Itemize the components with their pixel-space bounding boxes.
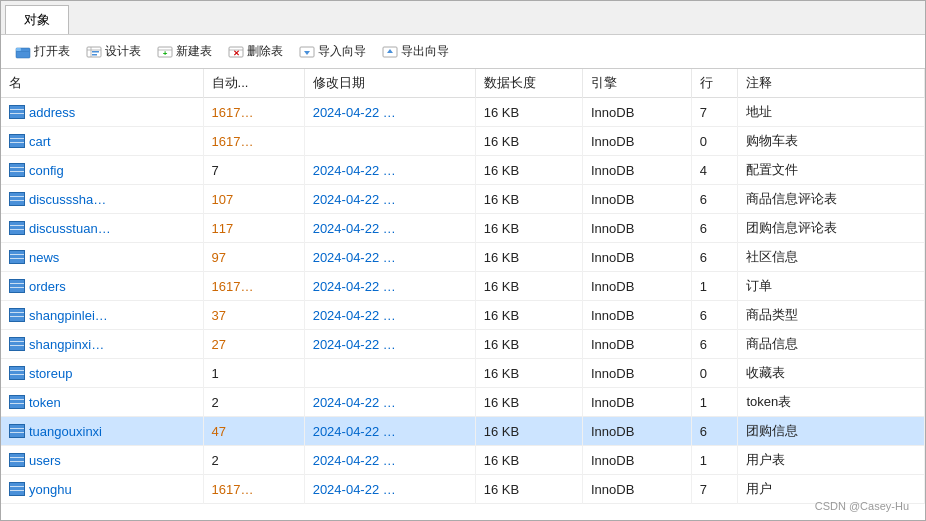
cell-size: 16 KB <box>475 156 582 185</box>
cell-comment: 团购信息 <box>738 417 925 446</box>
cell-comment: 用户表 <box>738 446 925 475</box>
cell-comment: 商品类型 <box>738 301 925 330</box>
table-row[interactable]: cart 1617… 16 KB InnoDB 0 购物车表 <box>1 127 925 156</box>
cell-name: news <box>1 243 203 272</box>
cell-auto: 1617… <box>203 127 304 156</box>
table-row[interactable]: users 2 2024-04-22 … 16 KB InnoDB 1 用户表 <box>1 446 925 475</box>
cell-auto: 1 <box>203 359 304 388</box>
cell-size: 16 KB <box>475 243 582 272</box>
cell-date: 2024-04-22 … <box>304 330 475 359</box>
cell-comment: 购物车表 <box>738 127 925 156</box>
watermark: CSDN @Casey-Hu <box>815 500 909 512</box>
svg-text:✕: ✕ <box>233 49 240 58</box>
cell-date: 2024-04-22 … <box>304 388 475 417</box>
cell-name: config <box>1 156 203 185</box>
col-header-engine: 引擎 <box>582 69 691 98</box>
cell-engine: InnoDB <box>582 446 691 475</box>
table-row-icon <box>9 192 25 206</box>
table-area: 名 自动... 修改日期 数据长度 引擎 行 注释 address 1617… <box>1 69 925 520</box>
cell-name: discusssha… <box>1 185 203 214</box>
table-row[interactable]: storeup 1 16 KB InnoDB 0 收藏表 <box>1 359 925 388</box>
cell-engine: InnoDB <box>582 98 691 127</box>
col-header-size: 数据长度 <box>475 69 582 98</box>
cell-size: 16 KB <box>475 388 582 417</box>
svg-rect-7 <box>92 54 97 56</box>
cell-rows: 6 <box>691 417 738 446</box>
cell-auto: 2 <box>203 388 304 417</box>
cell-rows: 0 <box>691 359 738 388</box>
cell-engine: InnoDB <box>582 388 691 417</box>
import-wizard-button[interactable]: 导入向导 <box>293 40 372 63</box>
tab-objects[interactable]: 对象 <box>5 5 69 34</box>
cell-size: 16 KB <box>475 475 582 504</box>
main-window: 对象 打开表 设计表 + 新建表 ✕ 删除表 <box>0 0 926 521</box>
cell-engine: InnoDB <box>582 214 691 243</box>
cell-date <box>304 127 475 156</box>
cell-rows: 1 <box>691 388 738 417</box>
cell-name: tuangouxinxi <box>1 417 203 446</box>
cell-name: cart <box>1 127 203 156</box>
cell-auto: 37 <box>203 301 304 330</box>
design-table-icon <box>86 44 102 60</box>
table-row[interactable]: token 2 2024-04-22 … 16 KB InnoDB 1 toke… <box>1 388 925 417</box>
cell-size: 16 KB <box>475 446 582 475</box>
open-table-button[interactable]: 打开表 <box>9 40 76 63</box>
export-wizard-button[interactable]: 导出向导 <box>376 40 455 63</box>
table-row-icon <box>9 453 25 467</box>
cell-engine: InnoDB <box>582 127 691 156</box>
cell-name: address <box>1 98 203 127</box>
svg-rect-2 <box>17 51 29 52</box>
cell-comment: 地址 <box>738 98 925 127</box>
tab-bar: 对象 <box>1 1 925 35</box>
new-table-button[interactable]: + 新建表 <box>151 40 218 63</box>
cell-auto: 27 <box>203 330 304 359</box>
design-table-label: 设计表 <box>105 43 141 60</box>
cell-name: shangpinlei… <box>1 301 203 330</box>
cell-size: 16 KB <box>475 330 582 359</box>
cell-engine: InnoDB <box>582 156 691 185</box>
svg-rect-1 <box>16 48 21 51</box>
delete-table-label: 删除表 <box>247 43 283 60</box>
cell-auto: 97 <box>203 243 304 272</box>
svg-rect-6 <box>92 51 99 53</box>
cell-size: 16 KB <box>475 272 582 301</box>
table-row[interactable]: discusssha… 107 2024-04-22 … 16 KB InnoD… <box>1 185 925 214</box>
table-row[interactable]: address 1617… 2024-04-22 … 16 KB InnoDB … <box>1 98 925 127</box>
table-row-icon <box>9 279 25 293</box>
import-wizard-icon <box>299 44 315 60</box>
cell-rows: 7 <box>691 475 738 504</box>
table-row[interactable]: tuangouxinxi 47 2024-04-22 … 16 KB InnoD… <box>1 417 925 446</box>
export-wizard-label: 导出向导 <box>401 43 449 60</box>
table-row[interactable]: shangpinlei… 37 2024-04-22 … 16 KB InnoD… <box>1 301 925 330</box>
table-row[interactable]: news 97 2024-04-22 … 16 KB InnoDB 6 社区信息 <box>1 243 925 272</box>
cell-rows: 4 <box>691 156 738 185</box>
table-row[interactable]: orders 1617… 2024-04-22 … 16 KB InnoDB 1… <box>1 272 925 301</box>
table-row[interactable]: yonghu 1617… 2024-04-22 … 16 KB InnoDB 7… <box>1 475 925 504</box>
cell-size: 16 KB <box>475 214 582 243</box>
table-row[interactable]: config 7 2024-04-22 … 16 KB InnoDB 4 配置文… <box>1 156 925 185</box>
table-row-icon <box>9 395 25 409</box>
cell-auto: 1617… <box>203 475 304 504</box>
cell-auto: 107 <box>203 185 304 214</box>
data-table: 名 自动... 修改日期 数据长度 引擎 行 注释 address 1617… <box>1 69 925 504</box>
cell-auto: 1617… <box>203 98 304 127</box>
cell-size: 16 KB <box>475 359 582 388</box>
cell-date: 2024-04-22 … <box>304 475 475 504</box>
cell-name: storeup <box>1 359 203 388</box>
cell-date: 2024-04-22 … <box>304 301 475 330</box>
export-wizard-icon <box>382 44 398 60</box>
col-header-rows: 行 <box>691 69 738 98</box>
table-row[interactable]: shangpinxi… 27 2024-04-22 … 16 KB InnoDB… <box>1 330 925 359</box>
table-row-icon <box>9 221 25 235</box>
table-row[interactable]: discusstuan… 117 2024-04-22 … 16 KB Inno… <box>1 214 925 243</box>
cell-date: 2024-04-22 … <box>304 185 475 214</box>
cell-comment: 配置文件 <box>738 156 925 185</box>
table-row-icon <box>9 366 25 380</box>
cell-engine: InnoDB <box>582 185 691 214</box>
design-table-button[interactable]: 设计表 <box>80 40 147 63</box>
cell-rows: 1 <box>691 272 738 301</box>
new-table-label: 新建表 <box>176 43 212 60</box>
cell-date: 2024-04-22 … <box>304 272 475 301</box>
cell-engine: InnoDB <box>582 475 691 504</box>
delete-table-button[interactable]: ✕ 删除表 <box>222 40 289 63</box>
